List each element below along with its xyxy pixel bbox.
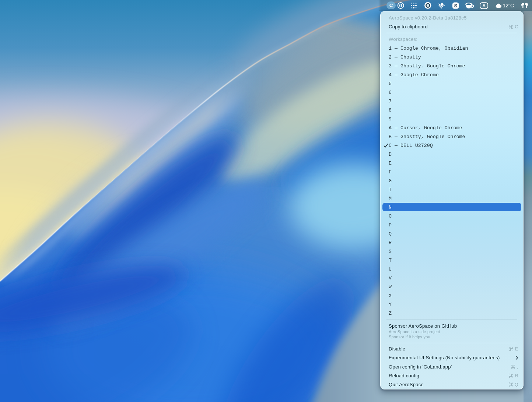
- svg-text:A: A: [482, 3, 486, 8]
- svg-text:S: S: [454, 3, 457, 8]
- svg-text:C: C: [389, 3, 393, 8]
- svg-text:12°C: 12°C: [503, 3, 514, 8]
